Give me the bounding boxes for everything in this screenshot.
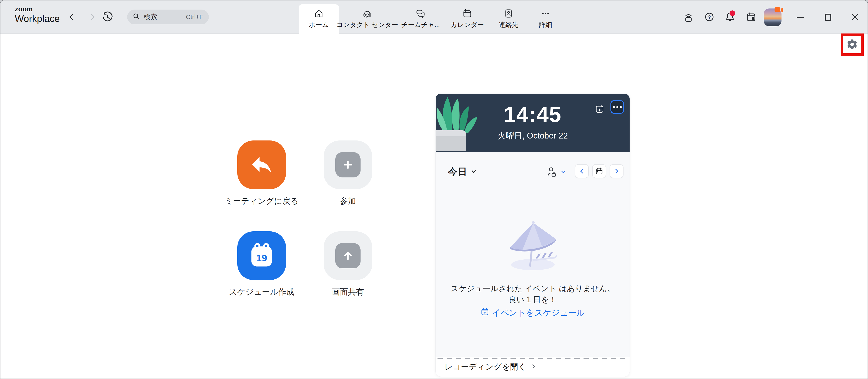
calendar-icon — [462, 8, 472, 19]
help-icon: ? — [704, 11, 715, 24]
calendar-widget-panel: 14:45 火曜日, October 22 今日 — [436, 93, 630, 377]
widget-toolbar: 今日 — [436, 164, 629, 179]
settings-button-highlight[interactable] — [841, 33, 864, 56]
zoom-workplace-window: zoom Workplace — [0, 0, 868, 379]
open-recordings-row[interactable]: レコーディングを開く — [436, 357, 629, 377]
home-icon — [314, 8, 324, 19]
tab-calendar[interactable]: カレンダー — [445, 4, 489, 34]
notification-badge — [730, 10, 735, 16]
tab-home[interactable]: ホーム — [299, 4, 339, 34]
attendee-filter-dropdown[interactable] — [546, 166, 566, 178]
empty-state-line2: 良い 1 日を！ — [436, 294, 629, 305]
chevron-left-icon — [67, 13, 75, 22]
history-button[interactable] — [101, 11, 113, 24]
search-input[interactable]: 検索 Ctrl+F — [127, 9, 209, 24]
calendar-add-icon — [480, 308, 489, 318]
plus-icon — [335, 152, 361, 177]
next-day-button[interactable] — [610, 164, 623, 178]
forward-button[interactable] — [87, 11, 99, 24]
join-label: 参加 — [300, 196, 396, 207]
schedule-event-label: イベントをスケジュール — [492, 307, 585, 318]
search-shortcut: Ctrl+F — [186, 13, 203, 21]
tab-label: カレンダー — [451, 21, 484, 29]
tab-label: 連絡先 — [499, 21, 518, 29]
chevron-down-icon — [470, 168, 477, 176]
contact-card-icon — [503, 8, 514, 19]
dot — [613, 106, 615, 108]
avatar[interactable] — [764, 8, 781, 26]
open-recordings-label: レコーディングを開く — [444, 361, 526, 372]
history-clock-icon — [101, 11, 113, 24]
tab-team-chat[interactable]: チームチャ... — [396, 4, 445, 34]
close-button[interactable] — [847, 10, 863, 25]
date-range-dropdown[interactable]: 今日 — [448, 166, 477, 178]
return-to-meeting-button[interactable] — [237, 141, 286, 189]
maximize-button[interactable] — [820, 10, 836, 25]
main-tabs: ホーム コンタクト センター — [299, 0, 563, 34]
prev-day-button[interactable] — [575, 164, 589, 178]
chat-bubbles-icon — [415, 8, 426, 19]
connect-device-button[interactable] — [682, 10, 695, 24]
gear-icon — [846, 38, 858, 51]
minimize-button[interactable] — [793, 10, 808, 25]
return-to-meeting-label: ミーティングに戻る — [214, 196, 309, 207]
share-screen-label: 画面共有 — [300, 287, 396, 297]
calendar-add-button[interactable] — [595, 104, 604, 115]
titlebar: zoom Workplace — [0, 0, 868, 34]
today-calendar-button[interactable] — [592, 164, 606, 178]
schedule-button[interactable]: 19 — [237, 231, 286, 280]
person-filter-icon — [546, 166, 557, 178]
reply-arrow-icon — [249, 152, 274, 178]
search-placeholder: 検索 — [144, 12, 157, 22]
camera-badge-icon — [774, 6, 784, 14]
connect-device-icon — [683, 11, 694, 24]
logo-zoom: zoom — [15, 6, 60, 13]
calendar-day-number: 19 — [256, 253, 267, 264]
clock-card: 14:45 火曜日, October 22 — [436, 94, 629, 152]
share-screen-button[interactable] — [323, 231, 372, 280]
tab-contacts[interactable]: 連絡先 — [489, 4, 528, 34]
calendar-19-icon: 19 — [249, 242, 274, 269]
date-range-label: 今日 — [448, 166, 467, 178]
tab-label: コンタクト センター — [336, 21, 398, 29]
empty-state-line1: スケジュールされた イベント はありません。 — [436, 283, 629, 294]
join-button[interactable] — [323, 141, 372, 189]
tab-contact-center[interactable]: コンタクト センター — [339, 4, 396, 34]
calendar-apps-button[interactable] — [744, 10, 758, 24]
tab-label: チームチャ... — [401, 21, 440, 29]
arrow-up-icon — [335, 243, 361, 268]
help-button[interactable]: ? — [703, 10, 716, 24]
logo-workplace: Workplace — [15, 14, 60, 24]
search-icon — [133, 13, 140, 21]
chevron-right-icon — [531, 363, 536, 370]
maximize-icon — [825, 14, 831, 21]
schedule-label: スケジュール作成 — [214, 287, 309, 297]
beach-umbrella-illustration — [500, 215, 565, 273]
clock-date: 火曜日, October 22 — [436, 130, 629, 141]
minimize-icon — [797, 17, 804, 18]
notifications-button[interactable] — [723, 10, 737, 24]
widget-more-button[interactable] — [611, 100, 624, 114]
svg-text:?: ? — [708, 14, 711, 20]
headset-icon — [362, 8, 372, 19]
app-logo: zoom Workplace — [15, 6, 60, 24]
dot — [620, 106, 622, 108]
chevron-right-icon — [89, 13, 97, 22]
tab-more[interactable]: 詳細 — [528, 4, 563, 34]
ellipsis-icon — [540, 8, 551, 19]
close-icon — [851, 13, 859, 22]
tab-label: 詳細 — [539, 21, 552, 29]
calendar-apps-icon — [745, 11, 757, 24]
dot — [616, 106, 618, 108]
bell-icon — [724, 11, 736, 24]
schedule-event-link[interactable]: イベントをスケジュール — [436, 307, 629, 318]
back-button[interactable] — [65, 11, 78, 24]
tab-label: ホーム — [309, 21, 329, 29]
chevron-down-icon — [560, 169, 566, 176]
